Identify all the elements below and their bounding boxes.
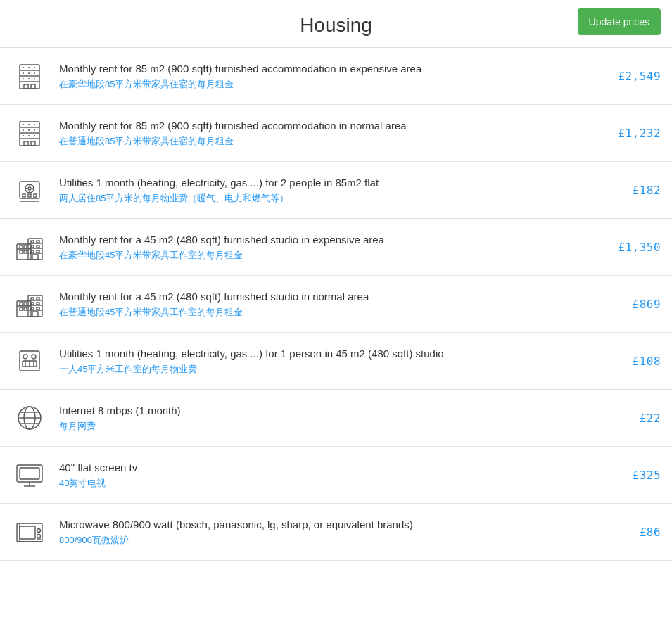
svg-point-93 [37, 529, 41, 533]
item-subtitle: 800/900瓦微波炉 [59, 534, 600, 547]
update-prices-button[interactable]: Update prices [578, 8, 661, 35]
item-price: £22 [611, 412, 661, 425]
item-title: Utilities 1 month (heating, electricity,… [59, 346, 600, 361]
svg-rect-70 [31, 303, 34, 305]
page-title: Housing [7, 14, 665, 37]
svg-rect-71 [37, 303, 39, 305]
svg-rect-5 [31, 84, 35, 89]
globe-icon [11, 400, 48, 436]
svg-rect-19 [24, 141, 28, 146]
list-item: Monthly rent for 85 m2 (900 sqft) furnis… [0, 105, 672, 162]
svg-point-94 [37, 535, 41, 538]
svg-rect-72 [31, 307, 34, 310]
item-title: Utilities 1 month (heating, electricity,… [59, 175, 600, 190]
page-container: Housing Update prices [0, 0, 672, 561]
item-title: Internet 8 mbps (1 month) [59, 403, 600, 418]
svg-rect-37 [23, 194, 25, 197]
items-list: Monthly rent for 85 m2 (900 sqft) furnis… [0, 48, 672, 561]
svg-point-32 [28, 187, 31, 190]
svg-rect-20 [31, 141, 35, 146]
svg-rect-64 [20, 303, 23, 305]
svg-rect-74 [32, 312, 38, 317]
svg-rect-38 [28, 194, 31, 197]
item-subtitle: 每月网费 [59, 420, 600, 433]
svg-rect-65 [24, 303, 27, 305]
item-price: £869 [611, 298, 661, 311]
svg-rect-39 [34, 194, 37, 197]
tv-icon [11, 457, 48, 493]
item-price: £108 [611, 355, 661, 368]
svg-rect-56 [37, 250, 39, 253]
list-item: Monthly rent for a 45 m2 (480 sqft) furn… [0, 219, 672, 276]
building-large-icon [11, 58, 48, 94]
list-item: Microwave 800/900 watt (bosch, panasonic… [0, 504, 672, 561]
svg-rect-51 [31, 241, 34, 243]
list-item: Internet 8 mbps (1 month) 每月网费 £22 [0, 390, 672, 447]
list-item: Monthly rent for 85 m2 (900 sqft) furnis… [0, 48, 672, 105]
list-item: Utilities 1 month (heating, electricity,… [0, 162, 672, 219]
item-price: £325 [611, 469, 661, 482]
item-subtitle: 一人45平方米工作室的每月物业费 [59, 363, 600, 376]
svg-rect-55 [31, 250, 34, 253]
item-subtitle: 在豪华地段85平方米带家具住宿的每月租金 [59, 78, 600, 91]
item-price: £86 [611, 526, 661, 539]
utilities-meter-icon [11, 172, 48, 208]
utilities-box-icon [11, 343, 48, 379]
building-multi-icon [11, 229, 48, 265]
building-large-icon [11, 115, 48, 151]
item-title: 40" flat screen tv [59, 460, 600, 475]
list-item: Utilities 1 month (heating, electricity,… [0, 333, 672, 390]
svg-rect-66 [20, 307, 23, 310]
microwave-icon [11, 514, 48, 550]
item-content: Monthly rent for 85 m2 (900 sqft) furnis… [59, 118, 600, 148]
item-title: Monthly rent for a 45 m2 (480 sqft) furn… [59, 289, 600, 304]
item-content: Monthly rent for 85 m2 (900 sqft) furnis… [59, 61, 600, 91]
item-price: £1,232 [611, 127, 661, 140]
svg-rect-68 [31, 298, 34, 300]
list-item: 40" flat screen tv 40英寸电视 £325 [0, 447, 672, 504]
svg-rect-48 [24, 246, 27, 248]
svg-rect-15 [20, 122, 39, 146]
svg-rect-53 [31, 246, 34, 248]
svg-rect-67 [24, 307, 27, 310]
svg-rect-54 [37, 246, 39, 248]
item-price: £182 [611, 184, 661, 197]
item-subtitle: 40英寸电视 [59, 477, 600, 490]
svg-rect-73 [37, 307, 39, 310]
header: Housing Update prices [0, 0, 672, 48]
item-content: Monthly rent for a 45 m2 (480 sqft) furn… [59, 232, 600, 262]
svg-rect-92 [20, 526, 35, 539]
svg-rect-57 [32, 255, 38, 260]
item-content: Utilities 1 month (heating, electricity,… [59, 175, 600, 205]
item-subtitle: 在豪华地段45平方米带家具工作室的每月租金 [59, 249, 600, 262]
svg-rect-50 [24, 250, 27, 253]
item-title: Monthly rent for 85 m2 (900 sqft) furnis… [59, 118, 600, 133]
svg-rect-90 [20, 468, 39, 479]
svg-rect-47 [20, 246, 23, 248]
list-item: Monthly rent for a 45 m2 (480 sqft) furn… [0, 276, 672, 333]
item-price: £2,549 [611, 70, 661, 83]
svg-point-77 [32, 355, 36, 359]
item-price: £1,350 [611, 241, 661, 254]
item-content: 40" flat screen tv 40英寸电视 [59, 460, 600, 490]
item-content: Internet 8 mbps (1 month) 每月网费 [59, 403, 600, 433]
item-subtitle: 在普通地段85平方米带家具住宿的每月租金 [59, 135, 600, 148]
item-title: Microwave 800/900 watt (bosch, panasonic… [59, 517, 600, 532]
svg-rect-4 [24, 84, 28, 89]
svg-rect-49 [20, 250, 23, 253]
building-multi-icon [11, 286, 48, 322]
item-content: Monthly rent for a 45 m2 (480 sqft) furn… [59, 289, 600, 319]
svg-rect-0 [20, 65, 39, 89]
svg-rect-52 [37, 241, 39, 243]
svg-point-76 [23, 355, 27, 359]
item-subtitle: 在普通地段45平方米带家具工作室的每月租金 [59, 306, 600, 319]
item-content: Utilities 1 month (heating, electricity,… [59, 346, 600, 376]
item-title: Monthly rent for 85 m2 (900 sqft) furnis… [59, 61, 600, 76]
item-subtitle: 两人居住85平方米的每月物业费（暖气、电力和燃气等） [59, 192, 600, 205]
item-title: Monthly rent for a 45 m2 (480 sqft) furn… [59, 232, 600, 247]
item-content: Microwave 800/900 watt (bosch, panasonic… [59, 517, 600, 547]
svg-rect-69 [37, 298, 39, 300]
